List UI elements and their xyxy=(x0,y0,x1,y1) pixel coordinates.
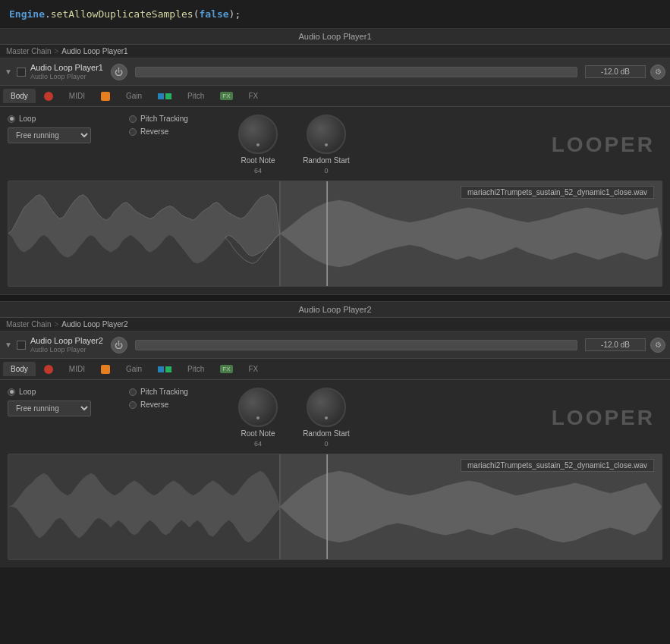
tab2-body-label: Body xyxy=(11,365,28,373)
plugin2-name: Audio Loop Player2 xyxy=(30,336,103,345)
tab1-gain-label: Gain xyxy=(126,92,142,100)
pitch2-tracking-radio[interactable] xyxy=(129,388,137,396)
panel1-root-note-knob: Root Note 64 xyxy=(228,115,288,174)
tab2-pitch[interactable]: Pitch xyxy=(180,362,212,376)
random2-knob-indicator xyxy=(325,416,328,419)
plugin2-checkbox[interactable] xyxy=(17,341,26,350)
plugin2-type: Audio Loop Player xyxy=(30,346,103,353)
code-paren-open: ( xyxy=(193,8,200,20)
plugin1-name: Audio Loop Player1 xyxy=(30,63,103,72)
panel2-loop-radio[interactable]: Loop xyxy=(8,388,121,396)
random-start-value: 0 xyxy=(324,167,328,174)
panel1-waveform-label: mariachi2Trumpets_sustain_52_dynamic1_cl… xyxy=(461,186,654,199)
fx1-badge: FX xyxy=(220,92,232,100)
breadcrumb-active[interactable]: Audio Loop Player1 xyxy=(61,47,127,55)
reverse2-radio[interactable] xyxy=(129,401,137,409)
tab1-midi[interactable]: MIDI xyxy=(61,89,93,103)
tab2-fx2[interactable]: FX xyxy=(241,362,266,376)
free-running-dropdown[interactable]: Free running xyxy=(8,127,91,143)
tab2-fx2-label: FX xyxy=(249,365,259,373)
panel1-controls-row: Loop Free running Pitch Tracking Reverse xyxy=(8,115,662,174)
tab1-body-label: Body xyxy=(11,92,28,100)
panel1-tab-bar: Body MIDI Gain Pitch FX FX xyxy=(0,86,670,107)
panel2-tab-bar: Body MIDI Gain Pitch FX FX xyxy=(0,359,670,380)
collapse-arrow-icon[interactable]: ▼ xyxy=(5,68,12,76)
panel1-plugin-header: ▼ Audio Loop Player1 Audio Loop Player ⏻… xyxy=(0,58,670,86)
tab2-gain-icons xyxy=(150,363,179,375)
code-dot: . xyxy=(45,8,51,20)
plugin1-volume-display: -12.0 dB xyxy=(585,65,646,78)
panel2-breadcrumb: Master Chain > Audio Loop Player2 xyxy=(0,318,670,331)
panel2-pitch-section: Pitch Tracking Reverse xyxy=(129,388,220,409)
reverse2-label: Reverse xyxy=(140,401,168,409)
envelope2-orange-icon xyxy=(101,365,110,374)
collapse2-arrow-icon[interactable]: ▼ xyxy=(5,341,12,349)
panel1-loop-radio[interactable]: Loop xyxy=(8,115,121,123)
breadcrumb2-root[interactable]: Master Chain xyxy=(6,320,51,328)
panel1-title: Audio Loop Player1 xyxy=(298,32,371,41)
panel2-pitch-radio[interactable]: Pitch Tracking xyxy=(129,388,220,396)
panel1-pitch-section: Pitch Tracking Reverse xyxy=(129,115,220,136)
loop2-label: Loop xyxy=(19,388,36,396)
tab2-envelopes-icon[interactable] xyxy=(93,362,118,377)
random-start-knob[interactable] xyxy=(307,115,346,154)
tab1-midi-icon[interactable] xyxy=(36,89,61,104)
free-running2-dropdown[interactable]: Free running xyxy=(8,401,91,416)
panel2-body: Loop Free running Pitch Tracking Reverse xyxy=(0,380,670,567)
tab2-fx1[interactable]: FX xyxy=(212,362,240,376)
plugin2-power-button[interactable]: ⏻ xyxy=(111,337,127,353)
panel1-reverse-radio[interactable]: Reverse xyxy=(129,127,220,136)
gain-green-icon xyxy=(165,93,171,99)
root-note-knob[interactable] xyxy=(238,115,278,154)
midi2-red-icon xyxy=(44,365,53,374)
panel2-title-bar: Audio Loop Player2 xyxy=(0,302,670,318)
plugin1-power-button[interactable]: ⏻ xyxy=(111,64,127,80)
knob2-indicator xyxy=(256,416,260,419)
loop-radio-button[interactable] xyxy=(8,115,15,123)
panel2-waveform-label: mariachi2Trumpets_sustain_52_dynamic1_cl… xyxy=(461,459,654,472)
gain2-icons-row xyxy=(158,366,171,372)
panel2-plugin-header: ▼ Audio Loop Player2 Audio Loop Player ⏻… xyxy=(0,331,670,359)
plugin1-checkbox[interactable] xyxy=(17,68,26,77)
tab1-body[interactable]: Body xyxy=(3,89,36,103)
panel1-breadcrumb: Master Chain > Audio Loop Player1 xyxy=(0,45,670,58)
panel2-reverse-radio[interactable]: Reverse xyxy=(129,401,220,409)
root-note-label: Root Note xyxy=(241,156,275,165)
tab2-midi[interactable]: MIDI xyxy=(61,362,93,376)
breadcrumb-sep: > xyxy=(54,47,58,55)
tab1-pitch-label: Pitch xyxy=(187,92,204,100)
root-note-value: 64 xyxy=(254,167,262,174)
fx2-badge: FX xyxy=(220,365,232,373)
panel1-random-start-knob: Random Start 0 xyxy=(296,115,357,174)
root2-note-knob[interactable] xyxy=(238,388,278,427)
plugin2-gain-slider[interactable] xyxy=(135,340,577,350)
panel-gap xyxy=(0,294,670,302)
tab1-fx2[interactable]: FX xyxy=(241,89,266,103)
tab1-fx1[interactable]: FX xyxy=(212,89,240,103)
tab1-pitch[interactable]: Pitch xyxy=(180,89,212,103)
code-paren-close: ); xyxy=(229,8,241,20)
reverse-radio[interactable] xyxy=(129,128,137,136)
code-editor: Engine.setAllowDuplicateSamples(false); xyxy=(0,0,670,29)
breadcrumb2-active[interactable]: Audio Loop Player2 xyxy=(61,320,127,328)
panel1-pitch-radio[interactable]: Pitch Tracking xyxy=(129,115,220,123)
loop2-radio-button[interactable] xyxy=(8,388,15,396)
panel2-loop-section: Loop Free running xyxy=(8,388,121,416)
pitch-tracking-radio[interactable] xyxy=(129,115,137,123)
looper2-text: LOOPER xyxy=(552,406,662,430)
random2-start-knob[interactable] xyxy=(307,388,346,427)
tab1-envelopes-icon[interactable] xyxy=(93,89,118,104)
panel2-title: Audio Loop Player2 xyxy=(298,305,371,314)
plugin2-volume-display: -12.0 dB xyxy=(585,338,646,351)
panel1-title-bar: Audio Loop Player1 xyxy=(0,29,670,45)
tab2-body[interactable]: Body xyxy=(3,362,36,376)
plugin2-gear-button[interactable]: ⚙ xyxy=(650,338,665,353)
panel1-waveform[interactable]: mariachi2Trumpets_sustain_52_dynamic1_cl… xyxy=(8,181,662,287)
tab2-gain[interactable]: Gain xyxy=(118,362,149,376)
tab1-gain[interactable]: Gain xyxy=(118,89,149,103)
plugin1-gear-button[interactable]: ⚙ xyxy=(650,64,665,80)
tab2-midi-icon[interactable] xyxy=(36,362,61,377)
panel2-waveform[interactable]: mariachi2Trumpets_sustain_52_dynamic1_cl… xyxy=(8,454,662,560)
plugin1-gain-slider[interactable] xyxy=(135,67,577,77)
breadcrumb-root[interactable]: Master Chain xyxy=(6,47,51,55)
